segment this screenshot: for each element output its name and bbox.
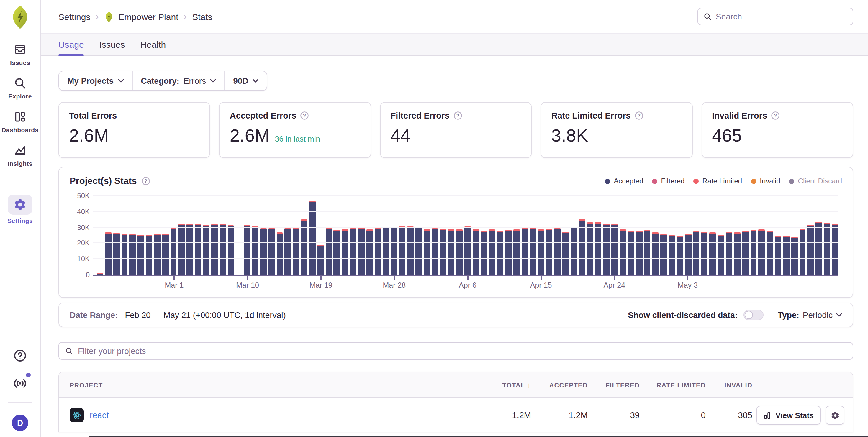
column-project[interactable]: PROJECT [59, 381, 454, 388]
chart-bar [146, 235, 152, 275]
chart-bar [497, 231, 504, 275]
chart-bar [162, 234, 169, 275]
legend-label: Invalid [760, 177, 780, 185]
chart-bar [579, 220, 585, 275]
legend-dot-icon [652, 178, 657, 184]
x-axis-label: Mar 10 [236, 281, 259, 290]
column-accepted[interactable]: ACCEPTED [531, 381, 588, 388]
legend-item[interactable]: Invalid [751, 177, 780, 185]
card-value: 2.6M [69, 126, 109, 146]
tab-issues[interactable]: Issues [99, 34, 125, 56]
chart-bar [260, 228, 267, 275]
info-icon[interactable] [300, 111, 309, 120]
projects-table: PROJECT TOTAL ↓ ACCEPTED FILTERED RATE L… [58, 372, 853, 432]
project-settings-button[interactable] [826, 406, 844, 425]
chart-bar [726, 232, 732, 275]
chart-bar [219, 224, 226, 275]
project-link[interactable]: react [90, 410, 109, 420]
x-axis-label: Apr 24 [603, 281, 625, 290]
chart-bar [317, 245, 324, 275]
client-discard-toggle[interactable] [743, 310, 764, 320]
chart-bar [252, 226, 258, 275]
cell-invalid: 305 [706, 410, 752, 420]
legend-item[interactable]: Client Discard [789, 177, 842, 185]
info-icon[interactable] [141, 177, 150, 185]
project-filter-label: My Projects [67, 76, 114, 86]
info-icon[interactable] [635, 111, 643, 120]
toggle-knob [745, 311, 753, 319]
chart-bar [211, 224, 218, 275]
date-range-label: Date Range: [70, 310, 118, 320]
x-axis-label: Apr 6 [459, 281, 476, 290]
project-filter-search[interactable] [58, 342, 853, 360]
help-button[interactable] [12, 348, 28, 363]
org-logo-icon[interactable] [11, 5, 30, 30]
x-axis-tick [540, 276, 542, 279]
sidebar-item-dashboards[interactable]: Dashboards [1, 110, 38, 133]
legend-item[interactable]: Accepted [605, 177, 643, 185]
sidebar-item-explore[interactable]: Explore [8, 76, 32, 100]
stacked-bar-chart: Mar 1Mar 10Mar 19Mar 28Apr 6Apr 15Apr 24… [70, 189, 842, 295]
chart-bar [767, 231, 773, 275]
y-axis-label: 20K [70, 239, 90, 248]
tab-health[interactable]: Health [140, 34, 166, 56]
chart-bar [750, 230, 757, 275]
card-value: 3.8K [551, 126, 588, 146]
chart-bar [195, 224, 201, 275]
column-total[interactable]: TOTAL ↓ [454, 381, 531, 389]
sidebar-item-insights[interactable]: Insights [8, 143, 32, 167]
breadcrumb-org[interactable]: Empower Plant [118, 11, 178, 22]
settings-active-highlight [8, 195, 32, 215]
global-search[interactable] [698, 8, 853, 25]
info-icon[interactable] [454, 111, 462, 120]
legend-label: Rate Limited [702, 177, 742, 185]
chart-bar [570, 227, 577, 275]
chart-bar [113, 233, 120, 275]
cell-accepted: 1.2M [531, 410, 588, 420]
info-icon[interactable] [771, 111, 779, 120]
sidebar-nav: Issues Explore Dashboard [1, 42, 38, 224]
table-row: react 1.2M 1.2M 39 0 305 View Stats [59, 398, 852, 432]
chart-bar [595, 223, 601, 275]
view-stats-button[interactable]: View Stats [756, 406, 821, 425]
breadcrumb: Settings › Empower Plant › Stats [58, 11, 212, 22]
chart-bar [227, 225, 234, 275]
tab-usage[interactable]: Usage [58, 34, 84, 56]
project-filter-dropdown[interactable]: My Projects [59, 71, 132, 90]
chart-bar [309, 201, 316, 275]
column-filtered[interactable]: FILTERED [588, 381, 640, 388]
chart-bar [538, 229, 544, 275]
chart-bar [244, 225, 250, 275]
sidebar-item-settings[interactable]: Settings [7, 195, 33, 224]
chart-bar [832, 224, 838, 275]
gridline [93, 227, 838, 227]
search-icon [65, 347, 73, 355]
type-dropdown[interactable]: Type: Periodic [778, 310, 842, 320]
top-bar: Settings › Empower Plant › Stats [41, 0, 868, 33]
column-rate-limited[interactable]: RATE LIMITED [640, 381, 706, 388]
legend-item[interactable]: Rate Limited [693, 177, 742, 185]
chart-bar [775, 236, 781, 275]
breadcrumb-settings[interactable]: Settings [58, 11, 90, 22]
legend-dot-icon [789, 178, 795, 184]
chevron-down-icon [210, 79, 216, 83]
chart-bar [693, 231, 700, 275]
column-invalid[interactable]: INVALID [706, 381, 752, 388]
period-filter-dropdown[interactable]: 90D [224, 71, 267, 90]
cell-rate-limited: 0 [640, 410, 706, 420]
category-filter-dropdown[interactable]: Category: Errors [132, 71, 224, 90]
org-logo-small-icon [104, 11, 113, 22]
card-accepted-errors: Accepted Errors 2.6M 36 in last min [219, 102, 371, 158]
explore-icon [13, 76, 27, 90]
sidebar-item-issues[interactable]: Issues [10, 42, 30, 66]
legend-item[interactable]: Filtered [652, 177, 684, 185]
sidebar-divider [8, 186, 32, 187]
filter-bar: My Projects Category: Errors 90D [58, 71, 267, 91]
chart-bar [154, 234, 160, 275]
y-axis-label: 10K [70, 254, 90, 264]
sidebar-divider [8, 402, 32, 403]
project-filter-input[interactable] [78, 346, 847, 356]
broadcast-button[interactable] [12, 375, 28, 391]
user-avatar[interactable]: D [12, 414, 28, 431]
search-input[interactable] [716, 12, 847, 21]
